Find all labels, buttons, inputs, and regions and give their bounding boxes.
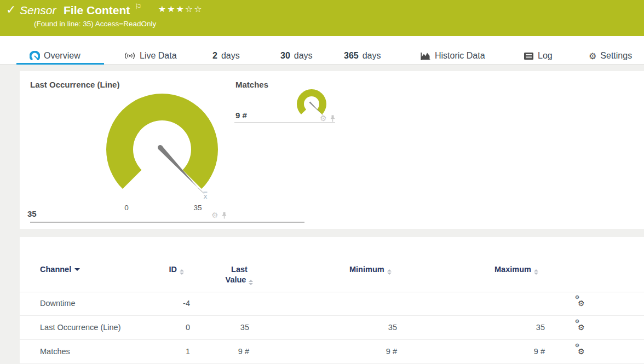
- priority-flag-icon[interactable]: ⚐: [135, 2, 142, 11]
- widget-gear-icon[interactable]: ⚙: [211, 211, 219, 219]
- tab-2-days-number: 2: [212, 51, 217, 61]
- gauge-icon: [30, 51, 40, 61]
- column-header-last-value-line1: Last: [209, 264, 269, 275]
- tab-live-data[interactable]: Live Data: [124, 49, 177, 62]
- widget-gear-icon[interactable]: ⚙: [320, 114, 327, 123]
- sensor-titlebar: ✓ Sensor File Content ⚐ ★★★☆☆ (Found in …: [0, 0, 644, 36]
- cell-maximum: 35: [491, 316, 545, 339]
- column-header-minimum[interactable]: Minimum: [349, 265, 392, 275]
- sensor-title-row: Sensor File Content ⚐ ★★★☆☆: [20, 2, 203, 17]
- sort-icon[interactable]: [534, 269, 538, 275]
- broadcast-icon: [124, 51, 136, 60]
- area-chart-icon: [421, 51, 431, 61]
- sensor-status-message: (Found in line: 35) Access=ReadOnly: [34, 20, 156, 28]
- column-header-id[interactable]: ID: [150, 265, 184, 275]
- double-gear-icon: ⚙⚙: [578, 340, 585, 363]
- cell-last-value: 35: [206, 316, 249, 339]
- primary-gauge-scale-min: 0: [120, 204, 133, 212]
- tab-2-days[interactable]: 2 days: [212, 49, 240, 62]
- tab-settings-label: Settings: [600, 51, 632, 61]
- column-header-last-value-line2: Value: [226, 275, 246, 284]
- tab-log-label: Log: [538, 51, 553, 61]
- tab-2-days-label: days: [221, 51, 240, 61]
- status-ok-check-icon: ✓: [6, 3, 16, 16]
- column-header-channel[interactable]: Channel: [40, 265, 80, 274]
- column-header-last-value[interactable]: Last Value: [209, 264, 269, 285]
- sensor-tabbar: Overview Live Data 2 days 30 days 365 da…: [0, 36, 644, 65]
- tab-30-days[interactable]: 30 days: [280, 49, 313, 62]
- primary-gauge-widget-tools: ⚙: [211, 211, 227, 219]
- tab-30-days-number: 30: [280, 51, 290, 61]
- active-tab-underline: [16, 63, 104, 65]
- cell-minimum: 35: [343, 316, 397, 339]
- cell-last-value: 9 #: [206, 340, 249, 363]
- tab-log[interactable]: Log: [524, 49, 553, 62]
- svg-text:x: x: [203, 193, 207, 200]
- cell-id: 0: [151, 316, 190, 339]
- widget-pin-icon[interactable]: [221, 212, 227, 219]
- tab-365-days-number: 365: [344, 51, 359, 61]
- column-header-channel-label: Channel: [40, 265, 71, 274]
- double-gear-icon: ⚙⚙: [578, 292, 585, 315]
- column-header-maximum[interactable]: Maximum: [495, 265, 538, 275]
- column-header-id-label: ID: [169, 265, 177, 274]
- priority-stars[interactable]: ★★★☆☆: [158, 4, 203, 14]
- sensor-name: File Content: [64, 4, 130, 16]
- cell-channel: Downtime: [40, 292, 75, 315]
- tab-overview-label: Overview: [44, 51, 81, 61]
- overview-gauges-panel: Last Occurrence (Line) x 0 35 35 ⚙ Match…: [20, 71, 644, 229]
- cell-channel: Last Occurrence (Line): [40, 316, 120, 339]
- log-list-icon: [524, 52, 534, 60]
- tab-historic-data[interactable]: Historic Data: [421, 49, 485, 62]
- widget-pin-icon[interactable]: [330, 115, 336, 122]
- stars-filled[interactable]: ★★★: [158, 4, 185, 14]
- column-header-minimum-label: Minimum: [349, 265, 384, 274]
- table-row-last-occurrence: Last Occurrence (Line) 0 35 35 35 ⚙⚙: [20, 316, 644, 340]
- secondary-widget-divider: [234, 122, 335, 123]
- primary-gauge-scale-max: 35: [190, 204, 205, 212]
- secondary-gauge-value: 9 #: [235, 111, 247, 120]
- cell-minimum: 9 #: [343, 340, 397, 363]
- secondary-gauge-widget-tools: ⚙: [320, 114, 336, 123]
- secondary-gauge-title: Matches: [235, 80, 268, 89]
- double-gear-icon: ⚙⚙: [578, 316, 585, 339]
- primary-gauge-chart: x: [96, 85, 228, 206]
- tab-overview[interactable]: Overview: [30, 49, 81, 62]
- sort-icon[interactable]: [180, 269, 184, 275]
- tab-30-days-label: days: [294, 51, 313, 61]
- tab-settings[interactable]: ⚙ Settings: [589, 49, 632, 62]
- column-header-maximum-label: Maximum: [495, 265, 531, 274]
- table-row-downtime: Downtime -4 ⚙⚙: [20, 292, 644, 316]
- channels-table-panel: Channel ID Last Value Minimum Maximum Do…: [20, 237, 644, 364]
- tab-365-days-label: days: [363, 51, 381, 61]
- cell-maximum: 9 #: [491, 340, 545, 363]
- stars-empty[interactable]: ☆☆: [185, 4, 203, 14]
- table-row-matches: Matches 1 9 # 9 # 9 # ⚙⚙: [20, 340, 644, 364]
- sort-icon[interactable]: [249, 280, 253, 285]
- sensor-kind-label: Sensor: [20, 4, 56, 16]
- primary-gauge-value: 35: [27, 209, 37, 218]
- cell-id: 1: [151, 340, 190, 363]
- sort-icon[interactable]: [387, 269, 392, 275]
- tab-live-data-label: Live Data: [140, 51, 177, 61]
- tab-historic-data-label: Historic Data: [435, 51, 485, 61]
- gear-icon: ⚙: [589, 51, 596, 61]
- sort-caret-down-icon: [74, 268, 80, 271]
- cell-id: -4: [151, 292, 190, 315]
- primary-widget-divider: [30, 222, 304, 223]
- cell-channel: Matches: [40, 340, 70, 363]
- tab-365-days[interactable]: 365 days: [344, 49, 381, 62]
